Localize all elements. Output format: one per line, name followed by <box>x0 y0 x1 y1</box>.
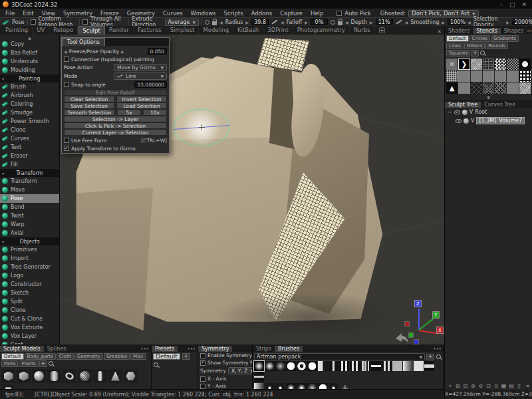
tool-clone[interactable]: Clone <box>0 126 59 134</box>
tool-curves[interactable]: Curves <box>0 134 59 143</box>
tool-import[interactable]: Import <box>0 254 59 263</box>
tab-brushes[interactable]: Brushes <box>275 346 303 352</box>
tool-constructor[interactable]: Constructor <box>0 280 59 289</box>
tool-bend[interactable]: Bend <box>0 203 59 211</box>
section-objects[interactable]: ▾Objects <box>0 237 59 245</box>
stencil-dots[interactable] <box>519 70 531 82</box>
model-cone[interactable] <box>108 369 122 383</box>
menu-windows[interactable]: Windows <box>187 10 220 17</box>
connective-checkbox[interactable] <box>64 57 69 62</box>
stencil-plain[interactable] <box>458 70 469 82</box>
stencil-x[interactable]: ✕ <box>446 59 458 70</box>
tab-uv[interactable]: UV <box>33 26 49 35</box>
panel-menu-icon[interactable]: ••• <box>188 346 198 352</box>
model-poly[interactable] <box>124 369 138 383</box>
opacity-inc-icon[interactable]: ▶ <box>121 49 124 54</box>
tool-pose[interactable]: Pose <box>0 194 59 203</box>
smoothing-dec-icon[interactable]: ◀ <box>405 20 408 25</box>
menu-edit[interactable]: Edit <box>19 10 37 17</box>
symmetry-mode-dropdown[interactable]: X, Y, Z ▼ <box>228 367 253 374</box>
add-stencil-button[interactable]: + <box>471 50 479 57</box>
tool-options-tab[interactable]: Tool Options <box>62 38 105 46</box>
category-parts[interactable]: Parts <box>1 360 18 367</box>
snap-angle-value[interactable]: 15.000000 <box>134 81 167 88</box>
falloff-dec-icon[interactable]: ◀ <box>281 20 284 25</box>
zoom-icon[interactable]: ⌖ <box>447 383 454 390</box>
stencil-plain[interactable] <box>483 70 494 82</box>
tab-kitbash[interactable]: KitBash <box>233 26 263 35</box>
model-cube[interactable] <box>17 369 31 383</box>
snap-grid-icon[interactable]: ⊡ <box>485 383 492 390</box>
sculpt-tree-root-row[interactable]: − V Root <box>445 108 532 116</box>
search-icon[interactable] <box>479 50 486 57</box>
brush-pack-dropdown[interactable]: Artman penpack ▼ <box>254 353 425 360</box>
radius-inc-icon[interactable]: ▶ <box>245 20 249 25</box>
smoothing-value[interactable]: 100% <box>448 19 465 25</box>
falloff-inc-icon[interactable]: ▶ <box>305 20 308 25</box>
stencil-plain[interactable] <box>507 82 518 94</box>
category-default[interactable]: Default <box>1 353 24 360</box>
tool-sketch[interactable]: Sketch <box>0 289 59 297</box>
stencil-diamond[interactable] <box>495 82 506 94</box>
tab-render[interactable]: Render <box>105 26 134 35</box>
brush-sq[interactable] <box>392 361 402 371</box>
add-workspace-tab-button[interactable]: + <box>379 27 385 33</box>
visibility-eye-icon[interactable] <box>454 110 460 114</box>
pressure-radius-icon[interactable] <box>205 20 209 25</box>
category-body-parts[interactable]: Body_parts <box>25 353 56 360</box>
disable-icon[interactable]: ⊘ <box>477 383 484 390</box>
stencil-tri[interactable]: ▲ <box>446 82 458 94</box>
stencil-check-dark[interactable] <box>507 59 518 70</box>
tool-cut-clone[interactable]: Cut & Clone <box>0 315 59 323</box>
shader-ball-icon[interactable] <box>464 118 469 124</box>
search-icon[interactable] <box>153 362 160 368</box>
tool-moulding[interactable]: Moulding <box>0 66 59 74</box>
collapse-icon[interactable]: − <box>448 109 452 115</box>
stencil-circle[interactable] <box>519 59 531 70</box>
tool-eraser[interactable]: Eraser <box>0 152 59 160</box>
radius-value[interactable]: 39.8 <box>251 19 269 25</box>
tab-shapes[interactable]: Shapes <box>501 28 527 34</box>
panels-icon[interactable]: ⊟ <box>462 383 469 390</box>
button-5x[interactable]: 5x <box>117 109 141 116</box>
brush-hbar[interactable] <box>424 361 434 371</box>
brush-sq-big[interactable] <box>414 361 424 371</box>
tool-coloring[interactable]: Coloring <box>0 100 59 108</box>
tool-logo[interactable]: Logo <box>0 271 59 280</box>
tool-split[interactable]: Split <box>0 297 59 306</box>
opacity-dec-icon[interactable]: ◀ <box>64 49 67 54</box>
brush-vgrad[interactable] <box>254 383 264 390</box>
tool-primitives[interactable]: Primitives <box>0 245 59 254</box>
tool-warp[interactable]: Warp <box>0 220 59 229</box>
selected-volume[interactable]: [1.3M] Volume7 <box>476 117 525 124</box>
stencil-plain[interactable] <box>471 70 482 82</box>
brush-bars3[interactable] <box>360 361 370 371</box>
tool-vox-extrude[interactable]: Vox Extrude <box>0 323 59 332</box>
minimize-icon[interactable]: – <box>499 1 503 8</box>
tool-airbrush[interactable]: Airbrush <box>0 91 59 100</box>
auto-pick-checkbox[interactable] <box>336 11 342 16</box>
through-all-volumes-checkbox[interactable] <box>82 19 88 25</box>
scroll-up-icon[interactable]: ▲ <box>0 35 59 40</box>
frame-icon[interactable]: ⊞ <box>455 383 462 390</box>
tab-3dprint[interactable]: 3DPrint <box>263 26 293 35</box>
stencil-hatchx[interactable] <box>471 82 482 94</box>
radius-dec-icon[interactable]: ◀ <box>219 20 223 25</box>
category-plants[interactable]: Plants <box>19 360 38 367</box>
brush-ring[interactable] <box>297 361 307 371</box>
stencil-noise[interactable] <box>519 82 531 94</box>
brush-soft[interactable] <box>265 361 275 371</box>
add-category-button[interactable]: + <box>39 360 47 367</box>
brush-hard-big[interactable] <box>318 383 328 390</box>
maximize-icon[interactable]: □ <box>509 1 515 8</box>
tab-stencils[interactable]: Stencils <box>473 28 501 34</box>
button-clear-selection[interactable]: Clear Selection <box>64 96 114 102</box>
tab-painting[interactable]: Painting <box>1 26 33 35</box>
orbit-icon[interactable]: ⊙ <box>493 383 499 390</box>
pen-falloff-icon[interactable] <box>271 19 277 24</box>
tool-text[interactable]: Text <box>0 143 59 152</box>
menu-curves[interactable]: Curves <box>159 10 187 17</box>
section-painting[interactable]: ▾Painting <box>0 74 59 82</box>
axis-neg-x-handle[interactable] <box>404 321 410 327</box>
brush-hline[interactable] <box>371 361 381 371</box>
